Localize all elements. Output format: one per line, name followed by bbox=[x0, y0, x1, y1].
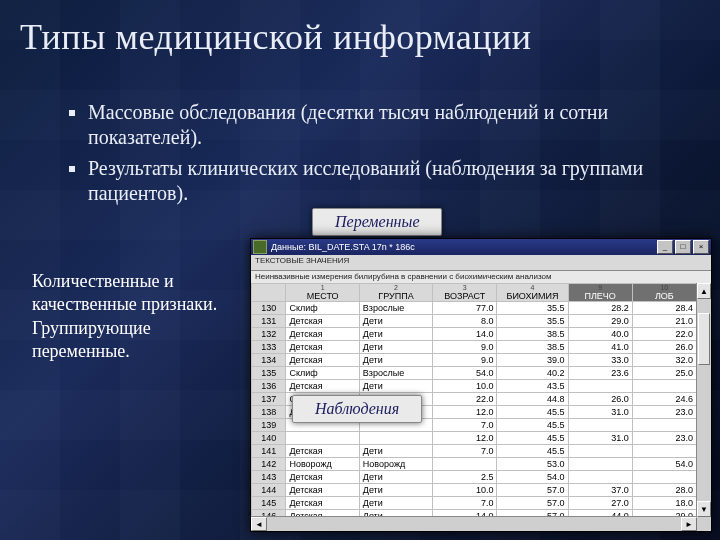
horizontal-scrollbar[interactable]: ◄ ► bbox=[251, 516, 697, 531]
cell[interactable]: 38.5 bbox=[497, 341, 568, 354]
table-row[interactable]: 143ДетскаяДети2.554.0 bbox=[252, 471, 697, 484]
row-header[interactable]: 140 bbox=[252, 432, 286, 445]
row-header[interactable]: 143 bbox=[252, 471, 286, 484]
cell[interactable] bbox=[568, 419, 632, 432]
table-row[interactable]: 133ДетскаяДети9.038.541.026.0 bbox=[252, 341, 697, 354]
cell[interactable]: 22.0 bbox=[632, 328, 696, 341]
cell[interactable]: 45.5 bbox=[497, 419, 568, 432]
table-row[interactable]: 141ДетскаяДети7.045.5 bbox=[252, 445, 697, 458]
cell[interactable]: Детская bbox=[286, 380, 359, 393]
cell[interactable]: 54.0 bbox=[433, 367, 497, 380]
cell[interactable]: 31.0 bbox=[568, 406, 632, 419]
cell[interactable]: 45.5 bbox=[497, 406, 568, 419]
cell[interactable]: 54.0 bbox=[632, 458, 696, 471]
cell[interactable]: Новорожд bbox=[286, 458, 359, 471]
cell[interactable]: 24.6 bbox=[632, 393, 696, 406]
cell[interactable]: 45.5 bbox=[497, 445, 568, 458]
cell[interactable]: 2.5 bbox=[433, 471, 497, 484]
cell[interactable]: 7.0 bbox=[433, 497, 497, 510]
maximize-button[interactable]: □ bbox=[675, 240, 691, 254]
cell[interactable]: 45.5 bbox=[497, 432, 568, 445]
cell[interactable]: 40.0 bbox=[568, 328, 632, 341]
window-titlebar[interactable]: Данные: BIL_DATE.STA 17n * 186c _ □ × bbox=[251, 239, 711, 255]
cell[interactable]: Детская bbox=[286, 341, 359, 354]
row-header[interactable]: 135 bbox=[252, 367, 286, 380]
row-header[interactable]: 133 bbox=[252, 341, 286, 354]
cell[interactable]: Дети bbox=[359, 497, 432, 510]
minimize-button[interactable]: _ bbox=[657, 240, 673, 254]
row-header[interactable]: 142 bbox=[252, 458, 286, 471]
cell[interactable]: 41.0 bbox=[568, 341, 632, 354]
close-button[interactable]: × bbox=[693, 240, 709, 254]
cell[interactable]: Склиф bbox=[286, 302, 359, 315]
cell[interactable]: Детская bbox=[286, 315, 359, 328]
cell[interactable]: 21.0 bbox=[632, 315, 696, 328]
cell[interactable]: 35.5 bbox=[497, 302, 568, 315]
cell[interactable]: 14.0 bbox=[433, 328, 497, 341]
cell[interactable]: 57.0 bbox=[497, 484, 568, 497]
cell[interactable]: Детская bbox=[286, 328, 359, 341]
cell[interactable]: Детская bbox=[286, 471, 359, 484]
cell[interactable] bbox=[632, 380, 696, 393]
cell[interactable]: 37.0 bbox=[568, 484, 632, 497]
cell[interactable]: 18.0 bbox=[632, 497, 696, 510]
cell[interactable]: Дети bbox=[359, 380, 432, 393]
cell[interactable]: Дети bbox=[359, 354, 432, 367]
cell[interactable]: 23.0 bbox=[632, 406, 696, 419]
cell[interactable]: Дети bbox=[359, 315, 432, 328]
cell[interactable]: 57.0 bbox=[497, 497, 568, 510]
cell[interactable]: 38.5 bbox=[497, 328, 568, 341]
cell[interactable]: 7.0 bbox=[433, 445, 497, 458]
cell[interactable] bbox=[568, 458, 632, 471]
cell[interactable]: 32.0 bbox=[632, 354, 696, 367]
cell[interactable]: 33.0 bbox=[568, 354, 632, 367]
scroll-right-icon[interactable]: ► bbox=[681, 517, 697, 531]
row-header[interactable]: 136 bbox=[252, 380, 286, 393]
cell[interactable]: Взрослые bbox=[359, 367, 432, 380]
cell[interactable]: 10.0 bbox=[433, 380, 497, 393]
cell[interactable]: 27.0 bbox=[568, 497, 632, 510]
scroll-up-icon[interactable]: ▲ bbox=[697, 283, 711, 299]
cell[interactable]: 28.0 bbox=[632, 484, 696, 497]
cell[interactable]: 44.8 bbox=[497, 393, 568, 406]
scroll-thumb[interactable] bbox=[698, 313, 710, 365]
table-row[interactable]: 142НоворождНоворожд53.054.0 bbox=[252, 458, 697, 471]
cell[interactable]: 9.0 bbox=[433, 341, 497, 354]
row-header[interactable]: 131 bbox=[252, 315, 286, 328]
scroll-left-icon[interactable]: ◄ bbox=[251, 517, 267, 531]
table-row[interactable]: 130СклифВзрослые77.035.528.228.4 bbox=[252, 302, 697, 315]
cell[interactable]: 43.5 bbox=[497, 380, 568, 393]
cell[interactable]: 12.0 bbox=[433, 432, 497, 445]
cell[interactable]: 40.2 bbox=[497, 367, 568, 380]
cell[interactable]: 53.0 bbox=[497, 458, 568, 471]
column-header[interactable]: 10ЛОБ bbox=[632, 284, 696, 302]
table-row[interactable]: 135СклифВзрослые54.040.223.625.0 bbox=[252, 367, 697, 380]
cell[interactable]: 26.0 bbox=[568, 393, 632, 406]
cell[interactable] bbox=[632, 445, 696, 458]
vertical-scrollbar[interactable]: ▲ ▼ bbox=[696, 283, 711, 517]
cell[interactable] bbox=[359, 432, 432, 445]
row-header[interactable]: 137 bbox=[252, 393, 286, 406]
cell[interactable] bbox=[632, 471, 696, 484]
cell[interactable] bbox=[568, 380, 632, 393]
row-header[interactable]: 134 bbox=[252, 354, 286, 367]
cell[interactable] bbox=[568, 445, 632, 458]
table-row[interactable]: 14012.045.531.023.0 bbox=[252, 432, 697, 445]
table-row[interactable]: 145ДетскаяДети7.057.027.018.0 bbox=[252, 497, 697, 510]
cell[interactable]: 39.0 bbox=[497, 354, 568, 367]
cell[interactable]: 12.0 bbox=[433, 406, 497, 419]
cell[interactable]: 9.0 bbox=[433, 354, 497, 367]
cell[interactable]: 26.0 bbox=[632, 341, 696, 354]
cell[interactable]: Взрослые bbox=[359, 302, 432, 315]
column-header[interactable]: 3ВОЗРАСТ bbox=[433, 284, 497, 302]
scroll-down-icon[interactable]: ▼ bbox=[697, 501, 711, 517]
cell[interactable]: 10.0 bbox=[433, 484, 497, 497]
cell[interactable]: Детская bbox=[286, 497, 359, 510]
cell[interactable]: 25.0 bbox=[632, 367, 696, 380]
row-header[interactable]: 144 bbox=[252, 484, 286, 497]
column-header[interactable]: 4БИОХИМИЯ bbox=[497, 284, 568, 302]
row-header[interactable]: 139 bbox=[252, 419, 286, 432]
table-row[interactable]: 132ДетскаяДети14.038.540.022.0 bbox=[252, 328, 697, 341]
cell[interactable]: 77.0 bbox=[433, 302, 497, 315]
row-header[interactable]: 145 bbox=[252, 497, 286, 510]
